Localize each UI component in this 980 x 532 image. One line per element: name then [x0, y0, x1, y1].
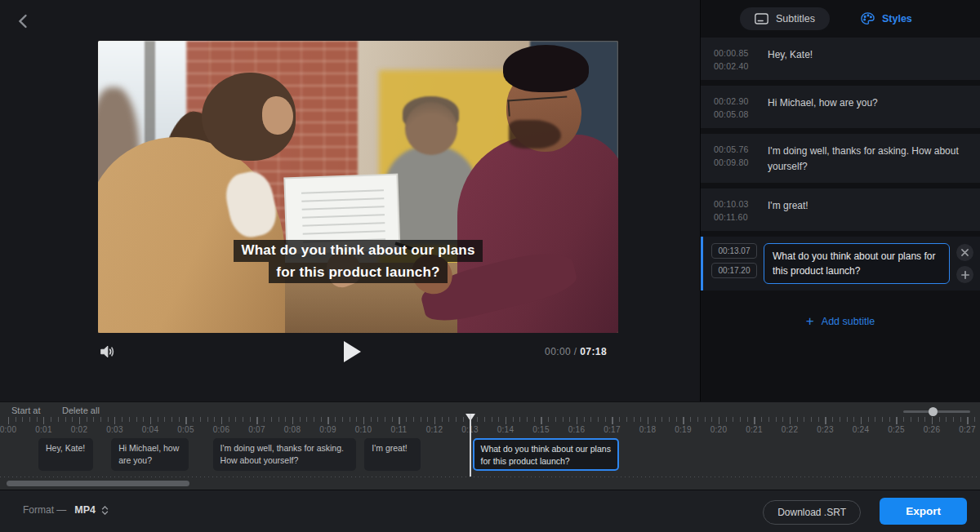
subtitle-row-actions: [956, 243, 973, 283]
start-time-input[interactable]: 00:13.07: [711, 243, 757, 259]
ruler-tick-label: 0:22: [782, 425, 799, 434]
play-button[interactable]: [341, 339, 368, 367]
add-subtitle-button[interactable]: + Add subtitle: [701, 314, 980, 328]
plus-icon: +: [806, 314, 814, 328]
end-time-input[interactable]: 00:17.20: [711, 263, 757, 278]
subtitle-times: 00:00.8500:02.40: [714, 47, 755, 71]
ruler-major-ticks: [8, 417, 980, 424]
laptop-screen-text: [301, 186, 385, 243]
chevron-down-icon: [101, 511, 109, 515]
timeline-block[interactable]: Hi Michael, how are you?: [111, 438, 189, 471]
tab-styles[interactable]: Styles: [861, 12, 912, 25]
playhead[interactable]: [466, 414, 475, 477]
stepper-icons: [101, 506, 109, 515]
ruler-tick-label: 0:12: [426, 425, 443, 434]
subtitle-start-time: 00:05.76: [714, 144, 755, 154]
ruler-tick-label: 0:00: [0, 425, 16, 434]
timeline-ruler[interactable]: 0:000:010:020:030:040:050:060:070:080:09…: [0, 417, 980, 437]
ruler-tick-label: 0:17: [604, 425, 621, 434]
subtitle-text-input[interactable]: What do you think about our plans for th…: [764, 243, 950, 284]
play-icon: [341, 339, 363, 364]
ruler-tick-label: 0:27: [959, 425, 976, 434]
ruler-tick-label: 0:15: [532, 425, 550, 434]
subtitle-times: 00:10.0300:11.60: [714, 197, 755, 222]
format-value: MP4: [74, 504, 96, 516]
ruler-tick-label: 0:03: [106, 425, 123, 434]
ruler-tick-label: 0:19: [675, 425, 692, 434]
subtitle-end-time: 00:11.60: [714, 212, 755, 222]
timeline-zoom-slider[interactable]: [903, 410, 970, 413]
subtitle-row[interactable]: 00:00.8500:02.40Hey, Kate!: [701, 38, 980, 80]
timeline-block[interactable]: I'm great!: [364, 438, 420, 471]
ruler-tick-label: 0:11: [391, 425, 408, 434]
plus-icon: [961, 271, 969, 279]
ruler-tick-label: 0:05: [177, 425, 194, 434]
palette-icon: [861, 12, 875, 25]
subtitle-row-selected[interactable]: 00:13.0700:17.20What do you think about …: [701, 237, 980, 290]
subtitle-row[interactable]: 00:10.0300:11.60I'm great!: [701, 188, 980, 231]
ruler-tick-label: 0:02: [71, 425, 88, 434]
duration: 07:18: [580, 346, 607, 357]
download-srt-button[interactable]: Download .SRT: [763, 500, 861, 525]
ruler-tick-label: 0:07: [248, 425, 265, 434]
subtitle-start-time: 00:02.90: [714, 96, 755, 106]
ruler-tick-label: 0:23: [817, 425, 834, 434]
ruler-tick-label: 0:06: [213, 425, 230, 434]
delete-subtitle-button[interactable]: [956, 244, 973, 261]
tab-subtitles-label: Subtitles: [776, 13, 815, 24]
timeline-block[interactable]: Hey, Kate!: [38, 438, 93, 471]
subtitle-row[interactable]: 00:05.7600:09.80I'm doing well, thanks f…: [701, 134, 980, 183]
ruler-tick-label: 0:16: [568, 425, 586, 434]
subtitle-times: 00:02.9000:05.08: [714, 95, 755, 119]
current-time: 00:00: [545, 346, 571, 357]
background-person-head: [405, 102, 457, 154]
player-controls: 00:00 / 07:18: [98, 338, 618, 374]
subtitle-overlay-line: for this product launch?: [269, 262, 447, 284]
chevron-up-icon: [101, 506, 109, 510]
subtitle-text: I'm great!: [768, 197, 808, 222]
subtitle-overlay-line: What do you think about our plans: [234, 240, 482, 262]
subtitle-row[interactable]: 00:02.9000:05.08Hi Michael, how are you?: [701, 86, 980, 128]
subtitle-end-time: 00:05.08: [714, 109, 755, 119]
ruler-tick-label: 0:21: [746, 425, 763, 434]
subtitle-start-time: 00:10.03: [714, 199, 755, 209]
add-subtitle-label: Add subtitle: [822, 316, 875, 327]
export-button[interactable]: Export: [880, 498, 967, 525]
add-subtitle-after-button[interactable]: [956, 266, 973, 283]
format-group: Format — MP4: [23, 504, 109, 516]
back-button[interactable]: [11, 10, 34, 33]
tab-styles-label: Styles: [882, 13, 912, 24]
man-beard: [509, 120, 561, 149]
chevron-left-icon: [18, 14, 28, 29]
tab-subtitles[interactable]: Subtitles: [740, 7, 830, 30]
ruler-tick-label: 0:26: [924, 425, 941, 434]
timeline-block-selected[interactable]: What do you think about our plans for th…: [473, 438, 620, 471]
export-bar: Format — MP4 Download .SRT Export: [0, 490, 980, 532]
woman-face: [262, 96, 293, 135]
ruler-tick-label: 0:20: [710, 425, 728, 434]
ruler-tick-label: 0:25: [888, 425, 905, 434]
timeline-scrollbar[interactable]: [7, 481, 973, 486]
video-preview-area: What do you think about our plans for th…: [0, 0, 700, 401]
format-select[interactable]: MP4: [74, 504, 109, 516]
start-at-button[interactable]: Start at: [11, 406, 40, 415]
ruler-tick-label: 0:10: [355, 425, 372, 434]
delete-all-button[interactable]: Delete all: [62, 406, 100, 415]
scrollbar-thumb[interactable]: [7, 481, 189, 486]
timeline: Start at Delete all 0:000:010:020:030:04…: [0, 401, 980, 490]
video-frame[interactable]: What do you think about our plans for th…: [98, 41, 618, 333]
ruler-tick-label: 0:04: [142, 425, 159, 434]
subtitle-end-time: 00:09.80: [714, 157, 755, 167]
subtitle-editor-app: What do you think about our plans for th…: [0, 0, 980, 532]
subtitle-end-time: 00:02.40: [714, 61, 755, 71]
volume-button[interactable]: [98, 343, 118, 362]
timeline-block[interactable]: I'm doing well, thanks for asking. How a…: [213, 438, 357, 471]
format-label: Format —: [23, 504, 66, 516]
ruler-tick-label: 0:18: [639, 425, 657, 434]
zoom-slider-knob[interactable]: [929, 407, 938, 416]
ruler-tick-label: 0:01: [35, 425, 52, 434]
subtitles-panel: Subtitles Styles 00:00.8500:02.40Hey, Ka…: [700, 0, 980, 401]
subtitle-text: Hey, Kate!: [768, 47, 813, 71]
subtitle-text: Hi Michael, how are you?: [768, 95, 878, 119]
subtitle-text: I'm doing well, thanks for asking. How a…: [768, 143, 969, 174]
